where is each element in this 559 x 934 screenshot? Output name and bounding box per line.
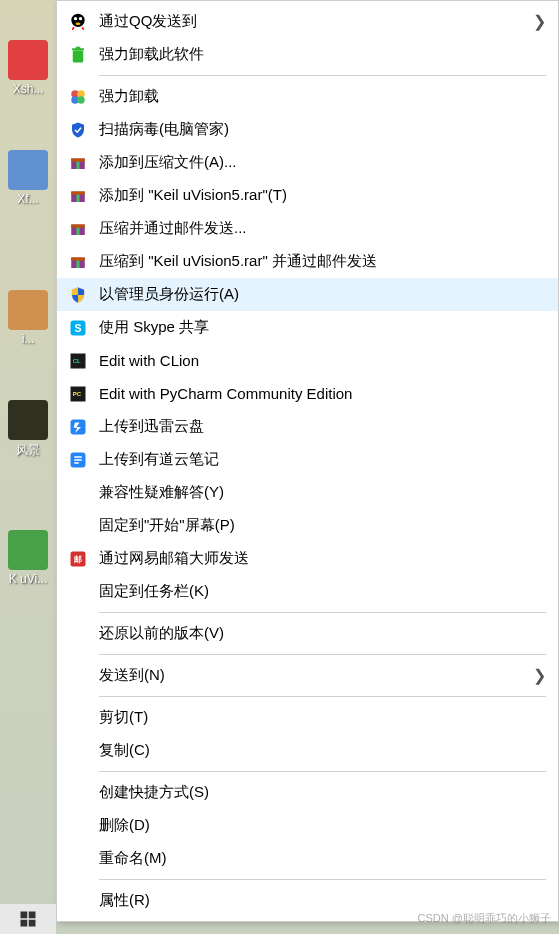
menu-label: 添加到压缩文件(A)... <box>99 153 546 172</box>
menu-label: 固定到任务栏(K) <box>99 582 546 601</box>
svg-rect-6 <box>76 46 81 48</box>
blank-icon <box>67 482 89 504</box>
blank-icon <box>67 740 89 762</box>
app-icon <box>8 530 48 570</box>
menu-item-add-to-rar[interactable]: 添加到 "Keil uVision5.rar"(T) <box>57 179 558 212</box>
menu-item-netease-mail[interactable]: 邮 通过网易邮箱大师发送 <box>57 542 558 575</box>
clion-icon: CL <box>67 350 89 372</box>
app-icon <box>8 150 48 190</box>
desktop-icon[interactable]: Xf... <box>4 150 52 206</box>
desktop-icon[interactable]: Xsh... <box>4 40 52 96</box>
app-icon <box>8 290 48 330</box>
menu-item-scan-virus[interactable]: 扫描病毒(电脑管家) <box>57 113 558 146</box>
blank-icon <box>67 815 89 837</box>
menu-item-compress-to-rar-email[interactable]: 压缩到 "Keil uVision5.rar" 并通过邮件发送 <box>57 245 558 278</box>
qq-icon <box>67 11 89 33</box>
menu-label: 删除(D) <box>99 816 546 835</box>
menu-item-create-shortcut[interactable]: 创建快捷方式(S) <box>57 776 558 809</box>
svg-rect-35 <box>21 920 28 927</box>
blank-icon <box>67 782 89 804</box>
uac-shield-icon <box>67 284 89 306</box>
menu-label: 添加到 "Keil uVision5.rar"(T) <box>99 186 546 205</box>
context-menu: 通过QQ发送到 ❯ 强力卸载此软件 强力卸载 扫描病毒(电脑管家) 添加到压缩文… <box>56 0 559 922</box>
clover-icon <box>67 86 89 108</box>
menu-label: 上传到迅雷云盘 <box>99 417 546 436</box>
menu-item-rename[interactable]: 重命名(M) <box>57 842 558 875</box>
svg-rect-13 <box>77 161 80 169</box>
menu-label: 剪切(T) <box>99 708 546 727</box>
menu-separator <box>99 696 546 697</box>
menu-label: 通过网易邮箱大师发送 <box>99 549 546 568</box>
menu-item-edit-clion[interactable]: CL Edit with CLion <box>57 344 558 377</box>
menu-item-upload-xunlei[interactable]: 上传到迅雷云盘 <box>57 410 558 443</box>
desktop-icon[interactable]: K uVi... <box>4 530 52 586</box>
menu-label: 创建快捷方式(S) <box>99 783 546 802</box>
menu-item-pin-start[interactable]: 固定到"开始"屏幕(P) <box>57 509 558 542</box>
svg-rect-33 <box>21 912 28 919</box>
watermark: CSDN @聪明乖巧的小狮子 <box>418 911 551 926</box>
menu-item-pin-taskbar[interactable]: 固定到任务栏(K) <box>57 575 558 608</box>
svg-text:CL: CL <box>73 357 81 363</box>
svg-rect-16 <box>77 194 80 202</box>
menu-item-restore-versions[interactable]: 还原以前的版本(V) <box>57 617 558 650</box>
svg-point-10 <box>77 96 85 104</box>
winrar-icon <box>67 152 89 174</box>
menu-item-add-archive[interactable]: 添加到压缩文件(A)... <box>57 146 558 179</box>
svg-rect-22 <box>77 260 80 268</box>
menu-separator <box>99 879 546 880</box>
blank-icon <box>67 848 89 870</box>
svg-rect-12 <box>71 158 85 161</box>
menu-label: 压缩到 "Keil uVision5.rar" 并通过邮件发送 <box>99 252 546 271</box>
svg-rect-18 <box>71 224 85 227</box>
desktop-icon-label: Xsh... <box>13 82 44 96</box>
svg-rect-4 <box>73 50 84 62</box>
trash-icon <box>67 44 89 66</box>
taskbar[interactable] <box>0 904 56 934</box>
chevron-right-icon: ❯ <box>533 666 546 685</box>
desktop-icon-label: 风景 <box>16 442 40 459</box>
menu-label: 发送到(N) <box>99 666 533 685</box>
svg-rect-36 <box>29 920 36 927</box>
svg-point-1 <box>74 17 77 20</box>
svg-text:邮: 邮 <box>74 555 82 564</box>
menu-label: 还原以前的版本(V) <box>99 624 546 643</box>
desktop-icon[interactable]: 风景 <box>4 400 52 459</box>
menu-item-edit-pycharm[interactable]: PC Edit with PyCharm Community Edition <box>57 377 558 410</box>
menu-label: 上传到有道云笔记 <box>99 450 546 469</box>
menu-item-upload-youdao[interactable]: 上传到有道云笔记 <box>57 443 558 476</box>
menu-item-copy[interactable]: 复制(C) <box>57 734 558 767</box>
menu-label: 属性(R) <box>99 891 546 910</box>
windows-start-icon[interactable] <box>19 910 37 928</box>
menu-item-compress-email[interactable]: 压缩并通过邮件发送... <box>57 212 558 245</box>
svg-rect-15 <box>71 191 85 194</box>
menu-item-cut[interactable]: 剪切(T) <box>57 701 558 734</box>
winrar-icon <box>67 185 89 207</box>
blank-icon <box>67 665 89 687</box>
menu-item-force-uninstall[interactable]: 强力卸载 <box>57 80 558 113</box>
desktop-icon[interactable]: i... <box>4 290 52 346</box>
menu-item-qq-send[interactable]: 通过QQ发送到 ❯ <box>57 5 558 38</box>
menu-item-delete[interactable]: 删除(D) <box>57 809 558 842</box>
menu-separator <box>99 771 546 772</box>
shield-icon <box>67 119 89 141</box>
menu-label: 使用 Skype 共享 <box>99 318 546 337</box>
youdao-icon <box>67 449 89 471</box>
menu-label: Edit with CLion <box>99 352 546 369</box>
desktop-icon-label: Xf... <box>17 192 38 206</box>
netease-mail-icon: 邮 <box>67 548 89 570</box>
menu-item-compatibility[interactable]: 兼容性疑难解答(Y) <box>57 476 558 509</box>
menu-label: 固定到"开始"屏幕(P) <box>99 516 546 535</box>
menu-label: 以管理员身份运行(A) <box>99 285 546 304</box>
blank-icon <box>67 581 89 603</box>
menu-item-force-uninstall-soft[interactable]: 强力卸载此软件 <box>57 38 558 71</box>
svg-point-3 <box>76 22 81 25</box>
menu-item-skype-share[interactable]: S 使用 Skype 共享 <box>57 311 558 344</box>
app-icon <box>8 400 48 440</box>
blank-icon <box>67 623 89 645</box>
winrar-icon <box>67 251 89 273</box>
menu-separator <box>99 75 546 76</box>
menu-item-run-as-admin[interactable]: 以管理员身份运行(A) <box>57 278 558 311</box>
menu-label: 强力卸载 <box>99 87 546 106</box>
chevron-right-icon: ❯ <box>533 12 546 31</box>
menu-item-send-to[interactable]: 发送到(N) ❯ <box>57 659 558 692</box>
